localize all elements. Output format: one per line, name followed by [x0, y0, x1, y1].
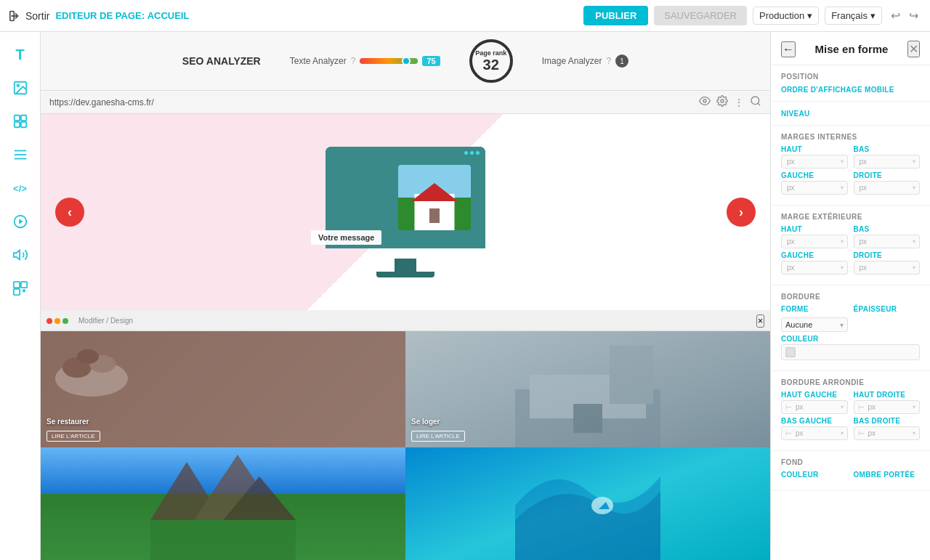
svg-rect-3: [14, 115, 19, 121]
margin-bas-input[interactable]: px ▾: [854, 155, 921, 169]
sidebar-item-video[interactable]: [7, 208, 34, 235]
ext-droite-input[interactable]: px ▾: [854, 261, 921, 275]
topbar: Sortir EDITEUR DE PAGE: ACCUEIL PUBLIER …: [0, 0, 930, 32]
epaisseur-col: [854, 317, 921, 332]
margin-gauche-input[interactable]: px ▾: [781, 181, 848, 195]
exit-icon: [9, 9, 22, 23]
ext-haut-input[interactable]: px ▾: [781, 235, 848, 248]
carousel-prev-button[interactable]: ‹: [55, 198, 84, 227]
close-dot: [46, 318, 52, 324]
svg-rect-6: [20, 122, 25, 127]
margin-haut-col: HAUT px ▾: [781, 145, 848, 169]
fond-couleur-col: COULEUR: [781, 471, 848, 480]
grid-section: Modifier / Design ×: [41, 310, 770, 560]
haut-gauche-label: HAUT GAUCHE: [781, 391, 848, 399]
save-button[interactable]: SAUVEGARDER: [654, 6, 747, 25]
language-selector[interactable]: Français: [825, 7, 882, 25]
browser-settings-button[interactable]: [716, 95, 728, 109]
ext-haut-bas-row: HAUT px ▾ BAS px ▾: [781, 225, 920, 248]
haut-gauche-input[interactable]: ⊢ px ▾: [781, 400, 848, 414]
image-analyzer-section: Image Analyzer ? 1: [542, 54, 628, 68]
page-link[interactable]: ACCUEIL: [147, 10, 190, 21]
mobile-order-label[interactable]: ORDRE D'AFFICHAGE MOBILE: [781, 86, 894, 94]
topbar-right: PUBLIER SAUVEGARDER Production Français …: [583, 6, 921, 25]
texte-analyzer-help[interactable]: ?: [351, 56, 356, 66]
sidebar-item-audio[interactable]: [7, 241, 34, 269]
svg-point-18: [751, 97, 759, 105]
ext-gauche-input[interactable]: px ▾: [781, 261, 848, 275]
panel-header: ← Mise en forme ✕: [771, 32, 930, 65]
carousel-section: -25%: [41, 114, 770, 310]
niveau-label: NIVEAU: [781, 110, 810, 118]
sortir-label: Sortir: [25, 10, 49, 22]
arrondie-top-row: HAUT GAUCHE ⊢ px ▾ HAUT DROITE ⊢ px ▾: [781, 391, 920, 414]
bordure-arrondie-section: BORDURE ARRONDIE HAUT GAUCHE ⊢ px ▾ HAUT…: [771, 371, 930, 451]
panel-close-button[interactable]: ✕: [907, 41, 920, 57]
bas-gauche-input[interactable]: ⊢ px ▾: [781, 426, 848, 440]
ombre-portee-label: OMBRE PORTÉE: [854, 471, 921, 479]
bordure-select-row: Aucune ▾: [781, 317, 920, 332]
svg-point-23: [77, 349, 99, 364]
undo-button[interactable]: ↩: [888, 7, 903, 24]
production-selector[interactable]: Production: [753, 7, 819, 25]
redo-button[interactable]: ↪: [906, 7, 921, 24]
niveau-section: NIVEAU: [771, 102, 930, 126]
photo-cell-food: Se restaurer LIRE L'ARTICLE: [41, 331, 405, 447]
ext-gauche-droite-row: GAUCHE px ▾ DROITE px ▾: [781, 251, 920, 275]
forme-select[interactable]: Aucune ▾: [781, 317, 848, 332]
ext-bas-col: BAS px ▾: [854, 225, 921, 248]
right-panel: ← Mise en forme ✕ POSITION ORDRE D'AFFIC…: [770, 32, 930, 560]
sidebar-item-code[interactable]: </>: [7, 174, 34, 202]
ext-droite-label: DROITE: [854, 251, 921, 259]
browser-more-button[interactable]: ⋮: [734, 95, 744, 109]
bas-label: BAS: [854, 145, 921, 153]
photo-caption-loger: Se loger: [411, 418, 440, 426]
texte-analyzer-section: Texte Analyzer ? 75: [290, 56, 440, 66]
publish-button[interactable]: PUBLIER: [583, 6, 648, 25]
expand-dot: [62, 318, 68, 324]
ext-bas-input[interactable]: px ▾: [854, 235, 921, 248]
seo-title: SEO ANALYZER: [182, 55, 261, 67]
panel-back-button[interactable]: ←: [781, 41, 796, 57]
mini-browser-dots: [46, 318, 68, 324]
svg-marker-11: [19, 219, 23, 224]
sortir-button[interactable]: Sortir: [9, 9, 49, 23]
haut-droite-input[interactable]: ⊢ px ▾: [854, 400, 921, 414]
food-illustration: [48, 338, 135, 404]
svg-rect-14: [20, 282, 26, 288]
mini-browser-close-btn[interactable]: ×: [756, 315, 764, 328]
house-bg: [398, 165, 471, 230]
sidebar-item-image[interactable]: [7, 74, 34, 102]
browser-eye-button[interactable]: [699, 95, 711, 109]
sidebar-item-widget[interactable]: [7, 275, 34, 302]
margin-haut-input[interactable]: px ▾: [781, 155, 848, 169]
svg-marker-12: [13, 251, 19, 260]
sidebar-item-list[interactable]: [7, 141, 34, 169]
votre-message-label: Votre message: [311, 230, 381, 245]
sidebar-item-gallery[interactable]: [7, 107, 34, 135]
bas-gauche-label: BAS GAUCHE: [781, 417, 848, 425]
svg-rect-5: [14, 122, 19, 127]
bordure-title: BORDURE: [781, 293, 920, 301]
bordure-couleur-row: COULEUR: [781, 335, 920, 360]
ext-gauche-col: GAUCHE px ▾: [781, 251, 848, 275]
carousel-next-button[interactable]: ›: [727, 198, 756, 227]
image-analyzer-help[interactable]: ?: [606, 56, 611, 66]
couleur-label: COULEUR: [781, 335, 920, 343]
editor-label: EDITEUR DE PAGE: ACCUEIL: [55, 10, 189, 21]
couleur-col: COULEUR: [781, 335, 920, 360]
margin-droite-input[interactable]: px ▾: [854, 181, 921, 195]
marges-haut-bas-row: HAUT px ▾ BAS px ▾: [781, 145, 920, 169]
ext-droite-col: DROITE px ▾: [854, 251, 921, 275]
photo-btn-loger[interactable]: LIRE L'ARTICLE: [411, 431, 465, 442]
browser-zoom-button[interactable]: [750, 95, 761, 109]
photo-cell-mountains: [41, 447, 405, 560]
haut-gauche-col: HAUT GAUCHE ⊢ px ▾: [781, 391, 848, 414]
sidebar-item-text[interactable]: T: [7, 41, 34, 68]
arrondie-bottom-row: BAS GAUCHE ⊢ px ▾ BAS DROITE ⊢ px ▾: [781, 417, 920, 440]
bas-droite-label: BAS DROITE: [854, 417, 921, 425]
bas-droite-input[interactable]: ⊢ px ▾: [854, 426, 921, 440]
photo-btn-restaurer[interactable]: LIRE L'ARTICLE: [46, 431, 100, 442]
forme-label: FORME: [781, 305, 848, 313]
couleur-input[interactable]: [781, 344, 920, 360]
